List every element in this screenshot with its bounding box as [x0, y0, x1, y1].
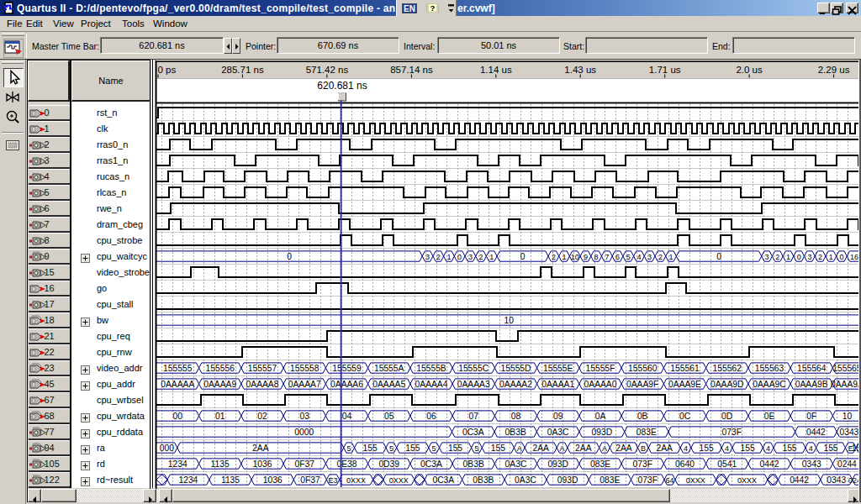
svg-text:0AAAA1: 0AAAA1	[541, 380, 574, 389]
svg-text:2: 2	[818, 253, 822, 261]
svg-text:10: 10	[571, 253, 579, 261]
svg-text:0 ps: 0 ps	[158, 65, 177, 75]
svg-text:0AAA9E: 0AAA9E	[668, 380, 701, 389]
svg-text:3: 3	[807, 253, 811, 261]
svg-text:155563: 155563	[755, 364, 784, 373]
svg-text:0AAAA0: 0AAAA0	[584, 380, 617, 389]
svg-text:073F: 073F	[722, 428, 742, 437]
svg-text:083E: 083E	[637, 428, 657, 437]
svg-text:155: 155	[700, 444, 714, 453]
svg-text:155564: 155564	[797, 364, 827, 373]
svg-text:0A3C: 0A3C	[547, 428, 569, 437]
svg-text:0343: 0343	[802, 459, 821, 469]
svg-text:A: A	[517, 444, 522, 453]
svg-text:620.681 ns: 620.681 ns	[317, 80, 367, 92]
svg-text:5: 5	[347, 444, 351, 453]
svg-text:9: 9	[584, 253, 588, 261]
svg-text:857.14 ns: 857.14 ns	[390, 65, 433, 75]
svg-text:2AA: 2AA	[252, 444, 269, 453]
svg-text:4: 4	[809, 444, 813, 453]
svg-text:155: 155	[491, 444, 505, 453]
svg-text:0AAAA2: 0AAAA2	[499, 380, 532, 389]
svg-text:073F: 073F	[632, 459, 652, 469]
svg-text:0F: 0F	[806, 412, 816, 421]
svg-text:8: 8	[594, 253, 599, 261]
svg-text:05: 05	[384, 412, 394, 421]
svg-text:2AA: 2AA	[532, 444, 549, 453]
svg-text:2AA: 2AA	[615, 444, 632, 453]
svg-text:1036: 1036	[263, 475, 283, 485]
svg-text:2: 2	[478, 253, 483, 261]
svg-text:7: 7	[605, 253, 609, 261]
svg-text:2AA: 2AA	[656, 444, 673, 453]
svg-text:0AAA9C: 0AAA9C	[753, 380, 786, 389]
svg-text:0D: 0D	[721, 412, 732, 421]
svg-text:1234: 1234	[168, 459, 188, 469]
svg-text:03: 03	[299, 412, 309, 421]
svg-text:3: 3	[425, 253, 430, 261]
svg-text:0AAAA9: 0AAAA9	[203, 380, 236, 389]
svg-text:2: 2	[658, 253, 663, 261]
svg-text:1: 1	[446, 253, 451, 261]
svg-text:B: B	[641, 444, 646, 453]
svg-text:16: 16	[850, 253, 858, 261]
svg-text:155: 155	[363, 444, 378, 453]
svg-text:15555D: 15555D	[500, 364, 531, 373]
svg-text:08: 08	[511, 412, 521, 421]
svg-text:3: 3	[647, 253, 652, 261]
svg-text:1: 1	[786, 253, 790, 261]
svg-text:1.43 us: 1.43 us	[564, 65, 596, 75]
svg-text:0XXX: 0XXX	[346, 476, 366, 485]
svg-text:0A3C: 0A3C	[515, 475, 536, 485]
svg-text:0442: 0442	[806, 428, 826, 437]
svg-text:1.14 us: 1.14 us	[480, 65, 512, 75]
svg-text:093D: 093D	[591, 428, 612, 437]
svg-text:5: 5	[432, 444, 436, 453]
svg-text:0541: 0541	[717, 459, 737, 469]
svg-text:15555B: 15555B	[416, 364, 446, 373]
svg-text:0A: 0A	[595, 412, 606, 421]
svg-text:0343: 0343	[827, 475, 846, 485]
svg-text:3: 3	[765, 253, 769, 261]
svg-text:0AAA9B: 0AAA9B	[795, 380, 828, 389]
svg-text:155: 155	[741, 444, 755, 453]
svg-text:0AAA9D: 0AAA9D	[710, 380, 744, 389]
svg-text:15555C: 15555C	[458, 364, 489, 373]
svg-text:2.29 us: 2.29 us	[818, 65, 850, 75]
svg-text:1234: 1234	[178, 475, 198, 485]
svg-text:2: 2	[775, 253, 779, 261]
svg-text:083E: 083E	[590, 459, 610, 469]
svg-text:0B3B: 0B3B	[463, 459, 484, 469]
svg-text:0AAAA3: 0AAAA3	[457, 380, 490, 389]
svg-text:0E: 0E	[764, 412, 775, 421]
svg-text:155559: 155559	[332, 364, 362, 373]
svg-text:0640: 0640	[675, 459, 695, 469]
svg-text:155: 155	[782, 444, 796, 453]
svg-text:155561: 155561	[670, 364, 700, 373]
svg-text:A: A	[602, 444, 607, 453]
svg-text:0AAAA5: 0AAAA5	[372, 380, 405, 389]
svg-text:0B3B: 0B3B	[505, 428, 526, 437]
svg-text:155: 155	[405, 444, 420, 453]
svg-text:0AAAA6: 0AAAA6	[330, 380, 363, 389]
svg-text:2AA: 2AA	[575, 444, 592, 453]
svg-text:4: 4	[684, 444, 688, 453]
svg-text:1135: 1135	[211, 459, 230, 469]
svg-text:0AAAA4: 0AAAA4	[415, 380, 448, 389]
svg-text:2.0 us: 2.0 us	[736, 65, 763, 75]
svg-text:0A3C: 0A3C	[505, 459, 527, 469]
svg-text:0: 0	[520, 252, 526, 261]
svg-text:15555F: 15555F	[586, 364, 615, 373]
svg-text:04: 04	[342, 412, 352, 421]
svg-text:0: 0	[839, 253, 843, 261]
svg-text:155560: 155560	[628, 364, 658, 373]
svg-text:02: 02	[257, 412, 267, 421]
svg-text:0: 0	[716, 252, 721, 261]
svg-text:4: 4	[637, 253, 641, 261]
svg-text:093D: 093D	[547, 459, 568, 469]
svg-text:0B: 0B	[637, 412, 648, 421]
svg-text:07: 07	[468, 412, 478, 421]
svg-text:155556: 155556	[206, 364, 235, 373]
svg-text:01: 01	[215, 412, 225, 421]
svg-text:00: 00	[173, 412, 183, 421]
